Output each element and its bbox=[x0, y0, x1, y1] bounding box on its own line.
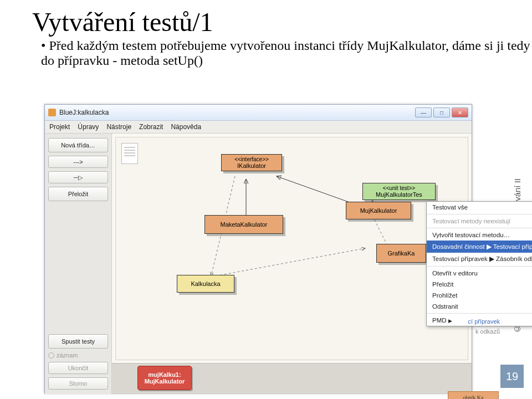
menu-create-test-method[interactable]: Vytvořit testovací metodu… bbox=[427, 229, 532, 241]
class-label: MujKalkulatorTes bbox=[366, 191, 432, 198]
menu-projekt[interactable]: Projekt bbox=[49, 123, 70, 131]
background-class-peek: obník Ka bbox=[448, 391, 499, 399]
app-icon bbox=[48, 109, 56, 116]
menu-upravy[interactable]: Úpravy bbox=[78, 123, 99, 131]
record-toggle[interactable]: záznam bbox=[48, 352, 108, 359]
class-maketakalkulator[interactable]: MaketaKalkulator bbox=[204, 215, 283, 234]
dependency-arrow-button[interactable]: ---> bbox=[48, 156, 108, 168]
class-grafikaka[interactable]: GrafikaKa bbox=[376, 244, 426, 263]
class-label: MujKalkulator bbox=[350, 207, 407, 214]
class-kalkulacka[interactable]: Kalkulacka bbox=[177, 275, 234, 293]
class-diagram-canvas[interactable]: <<interface>> IKalkulator <<unit test>> … bbox=[112, 134, 472, 394]
menu-nastroje[interactable]: Nástroje bbox=[106, 123, 131, 131]
minimize-button[interactable]: — bbox=[415, 108, 432, 117]
menu-inspect[interactable]: Prohlížet bbox=[427, 290, 532, 301]
slide-title: Vytváření testů/1 bbox=[32, 7, 532, 37]
menu-test-all[interactable]: Testovat vše bbox=[427, 202, 532, 213]
inheritance-arrow-button[interactable]: ─▷ bbox=[48, 171, 108, 183]
class-mujkalkulator[interactable]: MujKalkulator bbox=[346, 202, 411, 219]
sidebar: Nová třída… ---> ─▷ Přeložit Spustit tes… bbox=[45, 134, 112, 394]
menu-fixture-to-bench[interactable]: Testovací přípravek ▶ Zásobník odkazů bbox=[427, 253, 532, 265]
menu-record-to-fixture[interactable]: Dosavadní činnost ▶ Testovací přípravek bbox=[427, 241, 532, 253]
menubar: Projekt Úpravy Nástroje Zobrazit Nápověd… bbox=[45, 121, 472, 134]
class-label: MaketaKalkulator bbox=[208, 221, 279, 228]
stereotype-label: <<interface>> bbox=[225, 156, 278, 162]
menu-remove[interactable]: Odstranit bbox=[427, 301, 532, 312]
stereotype-label: <<unit test>> bbox=[366, 185, 432, 191]
context-menu: Testovat vše Testovací metody neexistují… bbox=[426, 201, 532, 326]
menu-zobrazit[interactable]: Zobrazit bbox=[139, 123, 163, 131]
readme-icon[interactable] bbox=[121, 143, 138, 164]
object-type: MujKalkulator bbox=[138, 378, 191, 385]
slide-bullet: Před každým testem potřebujeme vytvořeno… bbox=[41, 38, 532, 68]
page-number-badge: 19 bbox=[500, 365, 524, 388]
object-instance[interactable]: mujKalku1: MujKalkulator bbox=[137, 366, 192, 390]
svg-line-3 bbox=[277, 176, 354, 204]
object-name: mujKalku1: bbox=[138, 371, 191, 378]
bluej-window: BlueJ:kalkulacka — □ ✕ Projekt Úpravy Ná… bbox=[44, 104, 472, 393]
class-label: GrafikaKa bbox=[380, 250, 422, 257]
cancel-button[interactable]: Storno bbox=[48, 377, 108, 390]
maximize-button[interactable]: □ bbox=[433, 108, 450, 117]
menu-open-editor[interactable]: Otevřít v editoru bbox=[427, 268, 532, 279]
compile-button[interactable]: Přeložit bbox=[48, 187, 108, 201]
menu-napoveda[interactable]: Nápověda bbox=[171, 123, 201, 131]
class-label: Kalkulacka bbox=[181, 280, 231, 287]
submenu-arrow-icon: ▶ bbox=[448, 318, 452, 324]
window-title: BlueJ:kalkulacka bbox=[59, 109, 109, 116]
end-button[interactable]: Ukončit bbox=[48, 362, 108, 374]
class-ikalkulator[interactable]: <<interface>> IKalkulator bbox=[221, 154, 282, 171]
close-button[interactable]: ✕ bbox=[452, 108, 468, 117]
new-class-button[interactable]: Nová třída… bbox=[48, 138, 108, 152]
object-bench[interactable]: mujKalku1: MujKalkulator bbox=[112, 363, 472, 393]
window-titlebar[interactable]: BlueJ:kalkulacka — □ ✕ bbox=[45, 105, 472, 121]
run-tests-button[interactable]: Spustit testy bbox=[48, 334, 108, 349]
menu-compile[interactable]: Přeložit bbox=[427, 279, 532, 290]
class-mujkalkulatortest[interactable]: <<unit test>> MujKalkulatorTes bbox=[362, 183, 436, 200]
svg-line-1 bbox=[216, 248, 365, 276]
class-label: IKalkulator bbox=[225, 162, 278, 169]
menu-no-test-methods: Testovací metody neexistují bbox=[427, 216, 532, 227]
background-hint-text: cí přípravek k odkazů bbox=[468, 317, 500, 336]
